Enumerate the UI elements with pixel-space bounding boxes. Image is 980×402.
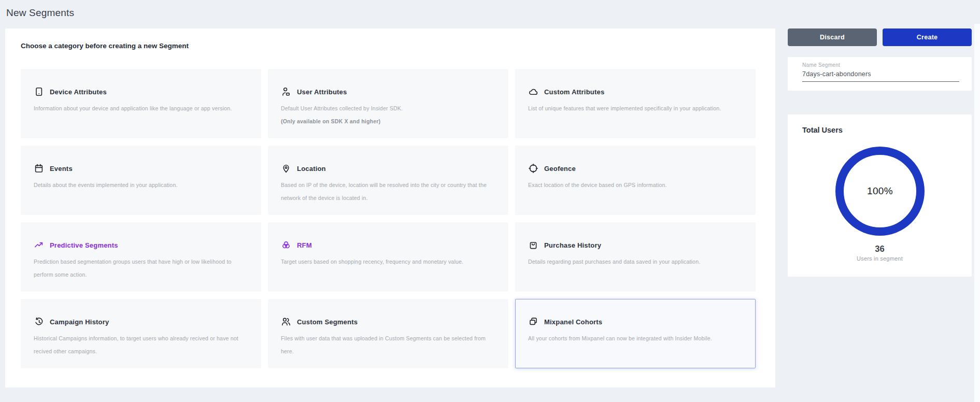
category-card-custom-attributes[interactable]: Custom AttributesList of unique features…	[515, 69, 756, 138]
users-caption: Users in segment	[788, 255, 972, 262]
category-card-header: Purchase History	[528, 240, 747, 250]
category-card-header: Custom Attributes	[528, 87, 747, 97]
geofence-icon	[528, 163, 538, 174]
category-card-header: Predictive Segments	[34, 240, 252, 250]
category-description: List of unique features that were implem…	[528, 102, 747, 115]
category-description: Prediction based segmentation groups use…	[34, 255, 252, 281]
category-description: Historical Campaigns information, to tar…	[34, 332, 252, 358]
category-card-header: RFM	[281, 240, 500, 250]
calendar-icon	[34, 163, 44, 174]
total-users-title: Total Users	[802, 126, 843, 134]
scrollbar-track[interactable]	[974, 24, 980, 402]
venn-icon	[281, 240, 291, 250]
total-users-card: Total Users 100% 36 Users in segment	[788, 114, 972, 277]
category-card-header: Custom Segments	[281, 317, 500, 327]
name-segment-input[interactable]	[802, 70, 959, 82]
category-note: (Only available on SDK X and higher)	[281, 115, 500, 128]
user-icon	[281, 87, 291, 97]
shopping-bag-icon	[528, 240, 538, 250]
category-panel: Choose a category before creating a new …	[5, 28, 775, 387]
panel-subtitle: Choose a category before creating a new …	[21, 42, 189, 50]
total-users-donut-chart: 100%	[835, 147, 925, 236]
category-description: Default User Attributes collected by Ins…	[281, 102, 500, 128]
name-segment-card: Name Segment	[788, 57, 972, 91]
category-title: Location	[297, 165, 326, 173]
create-button[interactable]: Create	[883, 28, 972, 46]
category-card-location[interactable]: LocationBased on IP of the device, locat…	[268, 146, 508, 215]
users-count: 36	[788, 244, 972, 254]
category-title: Geofence	[544, 165, 576, 173]
category-card-user-attributes[interactable]: User AttributesDefault User Attributes c…	[268, 69, 508, 138]
category-card-header: User Attributes	[281, 87, 500, 97]
category-card-geofence[interactable]: GeofenceExact location of the device bas…	[515, 146, 756, 215]
category-card-header: Geofence	[528, 163, 747, 174]
category-description: Details about the events implemented in …	[34, 179, 252, 192]
category-card-header: Mixpanel Cohorts	[528, 317, 747, 327]
category-title: User Attributes	[297, 88, 347, 96]
category-card-predictive-segments[interactable]: Predictive SegmentsPrediction based segm…	[21, 222, 261, 292]
category-description: Target users based on shopping recency, …	[281, 255, 500, 268]
discard-button[interactable]: Discard	[788, 28, 877, 46]
page-title: New Segments	[6, 7, 74, 19]
map-pin-icon	[281, 163, 291, 174]
category-card-device-attributes[interactable]: Device AttributesInformation about your …	[21, 69, 261, 138]
category-description: Details regarding past purchases and dat…	[528, 255, 747, 268]
category-card-purchase-history[interactable]: Purchase HistoryDetails regarding past p…	[515, 222, 756, 292]
category-card-mixpanel-cohorts[interactable]: Mixpanel CohortsAll your cohorts from Mi…	[515, 299, 756, 368]
device-icon	[34, 87, 44, 97]
category-card-header: Campaign History	[34, 317, 252, 327]
category-description: Based on IP of the device, location will…	[281, 179, 500, 205]
category-description: Exact location of the device based on GP…	[528, 179, 747, 192]
category-card-header: Location	[281, 163, 500, 174]
trend-up-icon	[34, 240, 44, 250]
users-group-icon	[281, 317, 291, 327]
category-title: Predictive Segments	[50, 241, 118, 249]
name-segment-label: Name Segment	[802, 62, 840, 68]
category-title: Mixpanel Cohorts	[544, 318, 602, 326]
category-description: Information about your device and applic…	[34, 102, 252, 115]
cloud-icon	[528, 87, 538, 97]
category-description: All your cohorts from Mixpanel can now b…	[528, 332, 747, 345]
category-title: Device Attributes	[50, 88, 107, 96]
category-title: Custom Segments	[297, 318, 358, 326]
category-title: Purchase History	[544, 241, 601, 249]
category-title: Events	[50, 165, 73, 173]
category-card-custom-segments[interactable]: Custom SegmentsFiles with user data that…	[268, 299, 508, 368]
donut-percent-label: 100%	[835, 147, 925, 236]
category-title: Campaign History	[50, 318, 109, 326]
category-description: Files with user data that was uploaded i…	[281, 332, 500, 358]
category-grid: Device AttributesInformation about your …	[21, 69, 756, 368]
history-clock-icon	[34, 317, 44, 327]
category-card-rfm[interactable]: RFMTarget users based on shopping recenc…	[268, 222, 508, 292]
category-title: RFM	[297, 241, 312, 249]
category-title: Custom Attributes	[544, 88, 604, 96]
category-card-header: Device Attributes	[34, 87, 252, 97]
category-card-header: Events	[34, 163, 252, 174]
category-card-campaign-history[interactable]: Campaign HistoryHistorical Campaigns inf…	[21, 299, 261, 368]
category-card-events[interactable]: EventsDetails about the events implement…	[21, 146, 261, 215]
cohort-link-icon	[528, 317, 538, 327]
